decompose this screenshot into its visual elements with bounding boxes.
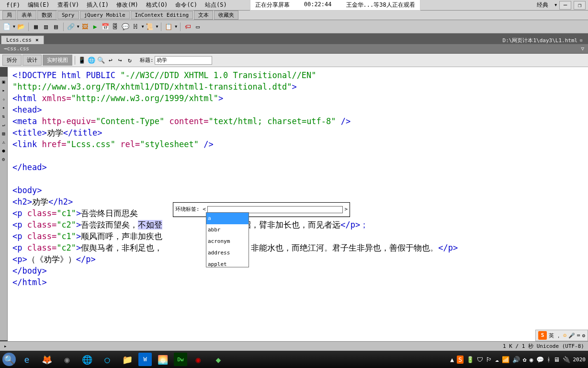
list-item[interactable]: acronym [206,236,249,247]
side-collapse-icon[interactable]: ▸ [1,88,7,93]
menu-file[interactable]: f(F) [2,1,24,10]
cat-jquery[interactable]: jQuery Mobile [80,11,130,19]
browser-icon[interactable]: ◉ [58,352,76,367]
tray-flag-icon[interactable]: 🏳 [486,356,492,363]
ime-keyboard-icon[interactable]: ⌨ [577,333,580,339]
sogou-icon[interactable]: S [538,331,547,340]
globe-icon[interactable]: 🌐 [87,56,96,65]
open-icon[interactable]: 📂 [17,23,25,31]
ime-lang[interactable]: 英 [549,332,554,339]
side-highlight-icon[interactable]: ▨ [1,131,7,137]
photo-icon[interactable]: 🌅 [154,352,172,367]
restore-button[interactable]: ❐ [574,1,586,10]
tray-vol-icon[interactable]: 🔊 [512,356,520,363]
tray-power-icon[interactable]: 🔌 [563,356,570,363]
date-icon[interactable]: 📅 [101,23,110,31]
tray-battery-icon[interactable]: 🔋 [466,356,474,363]
menu-format[interactable]: 格式(O) [142,0,172,10]
chrome-icon[interactable]: 🌐 [78,352,96,367]
image-icon[interactable]: 🖼 [81,23,90,31]
minimize-button[interactable]: ─ [559,1,571,10]
menu-edit[interactable]: 编辑(E) [24,0,54,10]
side-opt-icon[interactable]: ⚙ [1,157,7,162]
ime-punct-icon[interactable]: ， [556,332,561,339]
autocomplete-list[interactable]: a abbr acronym address applet area artic… [206,212,249,267]
ime-mic-icon[interactable]: 🎤 [568,333,575,339]
side-nav-icon[interactable]: ✦ [1,105,7,111]
script-icon[interactable]: 📜 [145,23,154,31]
ie-icon[interactable]: e [18,352,36,367]
inspect-icon[interactable]: 🔍 [97,56,105,65]
cat-data[interactable]: 数据 [37,11,57,20]
side-expand-icon[interactable]: ▣ [1,79,7,85]
tray-app2-icon[interactable]: ◉ [530,356,533,363]
ime-settings-icon[interactable]: ⚙ [582,333,585,339]
tray-time[interactable]: 2020 [573,356,586,363]
layout-icon[interactable]: ▤ [52,23,60,31]
refresh-icon[interactable]: ↻ [125,56,134,65]
cat-fav[interactable]: 收藏夹 [214,11,238,20]
cat-layout[interactable]: 局 [2,11,16,20]
path-dropdown-icon[interactable]: ⊟ [580,38,582,43]
tray-shield-icon[interactable]: 🛡 [477,356,483,363]
link-icon[interactable]: 🔗 [67,23,75,31]
menu-view[interactable]: 查看(V) [54,0,83,10]
cat-text[interactable]: 文本 [194,11,213,20]
qq-icon[interactable]: ◯ [98,352,116,367]
grid-icon[interactable]: ▥ [42,23,50,31]
side-tag-icon[interactable]: ⬨ [1,96,7,102]
side-balance-icon[interactable]: ⇅ [1,114,7,119]
list-item[interactable]: a [206,213,249,224]
div-icon[interactable]: ▭ [193,23,202,31]
tray-msg-icon[interactable]: 💬 [536,356,544,363]
file-tab-lcss[interactable]: Lcss.css × [1,35,44,44]
list-item[interactable]: abbr [206,224,249,236]
side-wrap-icon[interactable]: ↵ [1,122,7,128]
tray-sogou-icon[interactable]: S [457,356,464,364]
search-icon[interactable]: 🔍 [2,353,16,366]
firefox-icon[interactable]: 🦊 [38,352,56,367]
tray-cloud-icon[interactable]: ☁ [495,356,499,363]
split-button[interactable]: 拆分 [2,55,22,66]
live-button[interactable]: 实时视图 [43,55,72,66]
template-icon[interactable]: 📋 [164,23,173,31]
table-icon[interactable]: ▦ [32,23,40,31]
wps-icon[interactable]: W [138,353,152,366]
title-input[interactable] [155,56,212,65]
menu-command[interactable]: 命令(C) [171,0,201,10]
app-icon[interactable]: ◆ [209,352,227,367]
media-icon[interactable]: ▶ [91,23,100,31]
close-icon[interactable]: × [35,37,39,43]
explorer-icon[interactable]: 📁 [118,352,136,367]
cat-form[interactable]: 表单 [17,11,36,20]
design-button[interactable]: 设计 [23,55,42,66]
cat-spry[interactable]: Spry [57,11,79,19]
head-icon[interactable]: ℍ [131,23,140,31]
ime-emoji-icon[interactable]: ☺ [563,333,566,339]
comment-icon[interactable]: 💬 [121,23,130,31]
side-error-icon[interactable]: ⚠ [1,139,7,145]
tray-bt-icon[interactable]: ᚼ [547,356,551,363]
preview-icon[interactable]: 📱 [78,56,86,65]
code-editor[interactable]: <!DOCTYPE html PUBLIC "-//W3C//DTD XHTML… [8,67,588,341]
menu-site[interactable]: 站点(S) [201,0,231,10]
side-break-icon[interactable]: ● [1,148,7,154]
tag-icon[interactable]: 🏷 [183,23,192,31]
tray-up-icon[interactable]: ▲ [450,356,454,363]
tray-disp-icon[interactable]: 🖥 [554,356,560,363]
dreamweaver-icon[interactable]: Dw [174,353,187,366]
list-item[interactable]: applet [206,259,249,267]
status-selector[interactable]: ▸ [4,343,7,349]
nav-back-icon[interactable]: ↩ [106,56,115,65]
list-item[interactable]: address [206,247,249,259]
server-icon[interactable]: 🗄 [111,23,120,31]
workspace-classic[interactable]: 经典 [533,0,552,10]
nav-fwd-icon[interactable]: ↪ [116,56,124,65]
cat-incontext[interactable]: InContext Editing [131,11,193,19]
tray-net-icon[interactable]: 📶 [502,356,509,363]
filter-icon[interactable]: ▽ [581,46,584,52]
menu-modify[interactable]: 修改(M) [113,0,142,10]
new-icon[interactable]: 📄 [2,23,11,31]
tray-app1-icon[interactable]: ✿ [523,356,527,363]
menu-insert[interactable]: 插入(I) [83,0,113,10]
